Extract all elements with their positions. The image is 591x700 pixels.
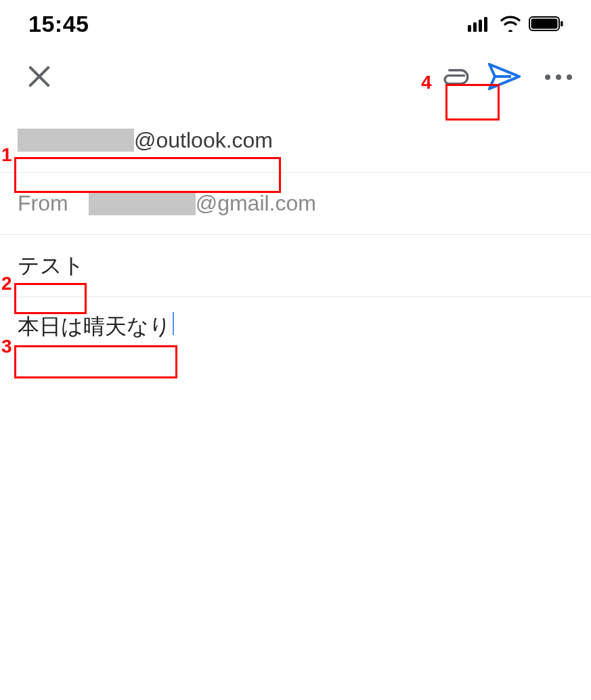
to-recipient-redacted xyxy=(18,129,134,152)
send-icon xyxy=(488,63,521,93)
svg-rect-0 xyxy=(468,25,471,32)
body-field-row[interactable]: 本日は晴天なり xyxy=(0,297,591,357)
annotation-number-4: 4 xyxy=(421,73,432,92)
svg-rect-2 xyxy=(479,20,482,32)
status-indicators xyxy=(468,16,564,32)
annotation-number-2: 2 xyxy=(1,274,12,293)
status-bar: 15:45 xyxy=(0,0,591,47)
paperclip-icon xyxy=(441,62,470,94)
svg-point-10 xyxy=(545,74,550,80)
wifi-icon xyxy=(499,16,522,32)
from-sender-redacted xyxy=(89,192,196,215)
more-options-button[interactable] xyxy=(538,58,579,98)
svg-point-11 xyxy=(556,74,561,80)
svg-point-12 xyxy=(567,74,572,80)
more-horizontal-icon xyxy=(544,72,573,84)
battery-icon xyxy=(529,16,564,32)
close-icon xyxy=(27,64,51,91)
attach-button[interactable] xyxy=(435,58,476,98)
annotation-number-3: 3 xyxy=(1,337,12,356)
body-text-content: 本日は晴天なり xyxy=(18,314,171,338)
body-textarea[interactable]: 本日は晴天なり xyxy=(18,312,174,342)
svg-rect-1 xyxy=(473,22,477,32)
from-label: From xyxy=(18,191,68,216)
svg-rect-5 xyxy=(531,19,558,29)
svg-rect-6 xyxy=(561,21,563,26)
annotation-number-1: 1 xyxy=(1,146,12,165)
to-field-row[interactable]: @outlook.com xyxy=(0,108,591,173)
from-field[interactable]: @gmail.com xyxy=(89,191,316,216)
to-field[interactable]: @outlook.com xyxy=(18,128,273,153)
from-sender-domain: @gmail.com xyxy=(196,191,316,216)
subject-input[interactable]: テスト xyxy=(18,251,85,281)
close-button[interactable] xyxy=(23,62,56,94)
send-button[interactable] xyxy=(484,58,525,98)
svg-rect-3 xyxy=(484,17,487,32)
text-cursor xyxy=(173,312,174,335)
compose-toolbar xyxy=(0,47,591,108)
subject-field-row[interactable]: テスト xyxy=(0,235,591,297)
status-time: 15:45 xyxy=(28,11,89,37)
cellular-signal-icon xyxy=(468,16,492,32)
from-field-row[interactable]: From @gmail.com xyxy=(0,173,591,235)
to-recipient-domain: @outlook.com xyxy=(134,128,273,153)
